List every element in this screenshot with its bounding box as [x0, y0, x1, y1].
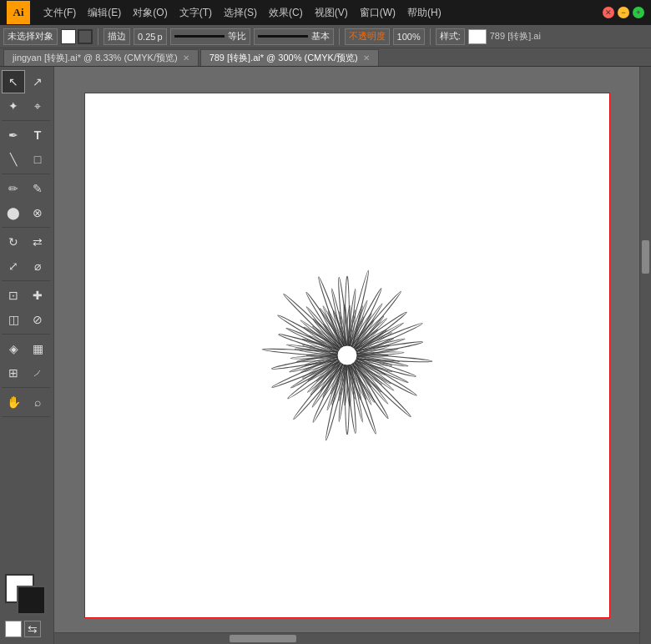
blob-brush-tool-button[interactable]: ⬤	[2, 201, 25, 224]
separator-3	[430, 28, 431, 45]
tool-separator-2	[2, 174, 50, 174]
stroke-swatch[interactable]	[17, 586, 46, 615]
main-area: ↖ ↗ ✦ ⌖ ✒ T ╲ □ ✏ ✎ ⬤ ⊗ ↻ ⇄ ⤢	[0, 67, 651, 644]
tool-row-scale: ⤢ ⌀	[2, 254, 52, 278]
tool-separator-7	[2, 416, 50, 417]
chart-tool-button[interactable]: ▦	[26, 337, 49, 360]
maximize-button[interactable]: +	[633, 7, 644, 18]
selection-tool-button[interactable]: ↖	[2, 70, 25, 93]
stroke-style-preview: 基本	[254, 28, 334, 45]
fill-stroke-icons[interactable]	[61, 29, 93, 44]
close-button[interactable]: ✕	[603, 7, 614, 18]
menu-file[interactable]: 文件(F)	[38, 4, 81, 22]
style-label: 样式:	[436, 28, 465, 45]
tool-separator-4	[2, 280, 50, 281]
gradient-tool-button[interactable]: ◫	[2, 308, 25, 331]
artboard-tool-button[interactable]: ⊞	[2, 361, 25, 385]
tab-close-jingyan[interactable]: ✕	[183, 53, 189, 63]
tab-jingyan[interactable]: jingyan [转换].ai* @ 8.33% (CMYK/预览) ✕	[3, 49, 199, 66]
opacity-value[interactable]: 100%	[393, 28, 425, 45]
menu-select[interactable]: 选择(S)	[219, 4, 262, 22]
opacity-label: 不透明度	[345, 28, 390, 45]
tool-row-rotate: ↻ ⇄	[2, 230, 52, 254]
magic-wand-tool-button[interactable]: ✦	[2, 94, 25, 118]
type-tool-button[interactable]: T	[26, 123, 49, 147]
paintbrush-tool-button[interactable]: ✏	[2, 177, 25, 200]
vertical-scroll-thumb[interactable]	[642, 240, 649, 274]
ai-logo-icon: Ai	[7, 1, 30, 24]
tool-separator-5	[2, 334, 50, 335]
rectangle-tool-button[interactable]: □	[26, 148, 49, 171]
line-tool-button[interactable]: ╲	[2, 148, 25, 171]
menu-effect[interactable]: 效果(C)	[264, 4, 308, 22]
blend-tool-button[interactable]: ◈	[2, 337, 25, 360]
warp-tool-button[interactable]: ⌀	[26, 254, 49, 278]
tab-bar: jingyan [转换].ai* @ 8.33% (CMYK/预览) ✕ 789…	[0, 48, 651, 67]
menu-object[interactable]: 对象(O)	[128, 4, 172, 22]
direct-selection-tool-button[interactable]: ↗	[26, 70, 49, 93]
menu-bar[interactable]: 文件(F) 编辑(E) 对象(O) 文字(T) 选择(S) 效果(C) 视图(V…	[38, 4, 447, 22]
hand-tool-button[interactable]: ✋	[2, 390, 25, 414]
separator-1	[98, 28, 98, 45]
menu-view[interactable]: 视图(V)	[310, 4, 353, 22]
tab-789[interactable]: 789 [转换].ai* @ 300% (CMYK/预览) ✕	[200, 49, 379, 66]
tool-row-blob: ⬤ ⊗	[2, 201, 52, 224]
eyedropper-tool-button[interactable]: ⊘	[26, 308, 49, 331]
artboard	[84, 93, 610, 618]
stroke-color-box[interactable]	[78, 29, 93, 44]
free-transform-tool-button[interactable]: ⊡	[2, 284, 25, 307]
minimize-button[interactable]: −	[618, 7, 629, 18]
separator-2	[339, 28, 340, 45]
rotate-tool-button[interactable]: ↻	[2, 230, 25, 254]
menu-window[interactable]: 窗口(W)	[355, 4, 401, 22]
style-preview-box	[468, 29, 487, 44]
burst-artwork	[139, 147, 556, 564]
selection-label: 未选择对象	[3, 28, 58, 45]
pencil-tool-button[interactable]: ✎	[26, 177, 49, 200]
stroke-line	[174, 35, 225, 38]
shape-builder-tool-button[interactable]: ✚	[26, 284, 49, 307]
left-toolbar: ↖ ↗ ✦ ⌖ ✒ T ╲ □ ✏ ✎ ⬤ ⊗ ↻ ⇄ ⤢	[0, 67, 54, 644]
reflect-tool-button[interactable]: ⇄	[26, 230, 49, 254]
tool-separator-3	[2, 227, 50, 228]
tool-separator-1	[2, 120, 50, 121]
canvas-area[interactable]	[54, 67, 639, 644]
horizontal-scrollbar[interactable]	[54, 632, 639, 644]
menu-help[interactable]: 帮助(H)	[402, 4, 447, 22]
tool-row-hand: ✋ ⌕	[2, 390, 52, 414]
stroke-label: 描边	[103, 28, 130, 45]
zoom-tool-button[interactable]: ⌕	[26, 390, 49, 414]
tool-row-blend: ◈ ▦	[2, 337, 52, 360]
stroke-style-line	[258, 35, 308, 38]
pen-tool-button[interactable]: ✒	[2, 123, 25, 147]
tool-row-pen: ✒ T	[2, 123, 52, 147]
tool-separator-6	[2, 387, 50, 388]
stroke-line-preview: 等比	[170, 28, 250, 45]
stroke-value-input[interactable]: 0.25 p	[134, 28, 167, 45]
menu-edit[interactable]: 编辑(E)	[83, 4, 126, 22]
eraser-tool-button[interactable]: ⊗	[26, 201, 49, 224]
slice-tool-button[interactable]: ⟋	[26, 361, 49, 385]
tool-row-magic: ✦ ⌖	[2, 94, 52, 118]
menu-type[interactable]: 文字(T)	[174, 4, 217, 22]
toolbar: 未选择对象 描边 0.25 p 等比 基本 不透明度 100% 样式: 789 …	[0, 25, 651, 48]
tab-close-789[interactable]: ✕	[363, 53, 370, 63]
swap-colors-button[interactable]: ⇆	[24, 621, 41, 637]
fill-color-box[interactable]	[61, 29, 76, 44]
tool-row-line: ╲ □	[2, 148, 52, 171]
tool-row-transform: ⊡ ✚	[2, 284, 52, 307]
title-bar: Ai 文件(F) 编辑(E) 对象(O) 文字(T) 选择(S) 效果(C) 视…	[0, 0, 651, 25]
color-swatches-area: ⇆	[2, 571, 52, 641]
vertical-scrollbar[interactable]	[639, 67, 651, 644]
svg-point-54	[337, 345, 357, 365]
tool-row-selection: ↖ ↗	[2, 70, 52, 93]
scale-tool-button[interactable]: ⤢	[2, 254, 25, 278]
filename-label: 789 [转换].ai	[490, 30, 541, 43]
tool-row-gradient: ◫ ⊘	[2, 308, 52, 331]
window-controls[interactable]: ✕ − +	[603, 7, 644, 18]
none-color-button[interactable]	[5, 621, 22, 637]
horizontal-scroll-thumb[interactable]	[230, 635, 296, 642]
fill-stroke-swatch-group	[5, 574, 47, 616]
lasso-tool-button[interactable]: ⌖	[26, 94, 49, 118]
tool-row-artboard: ⊞ ⟋	[2, 361, 52, 385]
